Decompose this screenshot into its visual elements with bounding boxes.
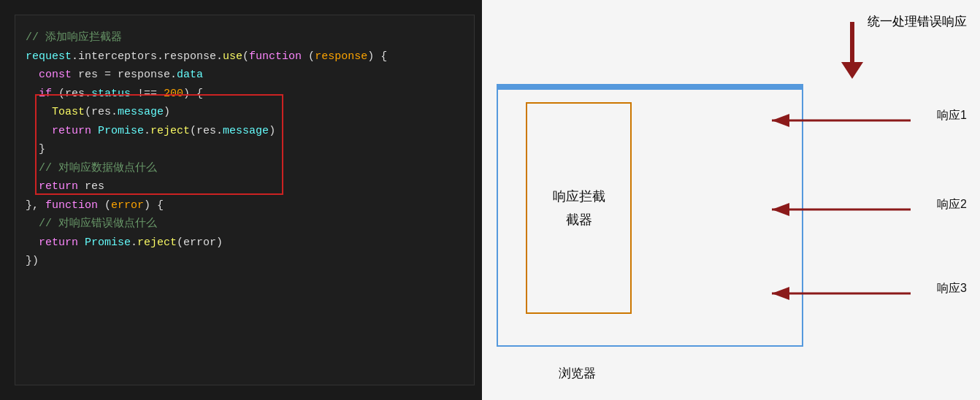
top-label: 统一处理错误响应 [868,13,967,30]
interceptor-box: 响应拦截截器 [526,102,632,314]
browser-label: 浏览器 [559,365,596,382]
code-line-9: return res [26,177,464,196]
response-1-label: 响应1 [937,108,967,123]
response-2-label: 响应2 [937,197,967,212]
code-line-12: return Promise.reject(error) [26,234,464,253]
code-line-8: // 对响应数据做点什么 [26,159,464,178]
code-block: // 添加响应拦截器 request.interceptors.response… [15,15,475,385]
code-line-11: // 对响应错误做点什么 [26,215,464,234]
code-panel: // 添加响应拦截器 request.interceptors.response… [0,0,482,400]
response-2-arrow [768,202,914,220]
code-line-1: // 添加响应拦截器 [26,28,464,47]
down-arrow-icon [830,22,874,84]
code-line-13: }) [26,252,464,271]
response-1-arrow [768,113,914,131]
response-3-label: 响应3 [937,281,967,296]
svg-marker-2 [841,62,863,79]
diagram-panel: 统一处理错误响应 响应拦截截器 响应1 [482,0,980,400]
code-line-7: } [26,140,464,159]
code-line-5: Toast(res.message) [26,103,464,122]
interceptor-label: 响应拦截截器 [553,185,605,232]
code-line-4: if (res.status !== 200) { [26,85,464,104]
code-line-6: return Promise.reject(res.message) [26,122,464,141]
code-line-10: }, function (error) { [26,196,464,215]
response-3-arrow [768,286,914,304]
code-line-3: const res = response.data [26,66,464,85]
code-line-2: request.interceptors.response.use(functi… [26,47,464,66]
